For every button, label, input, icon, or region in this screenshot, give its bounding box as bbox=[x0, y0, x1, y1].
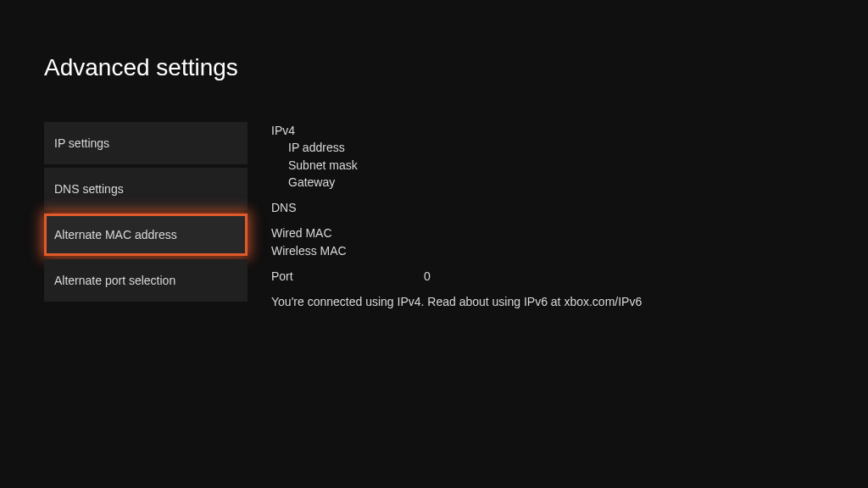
page-title: Advanced settings bbox=[0, 0, 868, 81]
settings-sidebar: IP settings DNS settings Alternate MAC a… bbox=[44, 122, 248, 311]
port-row: Port 0 bbox=[271, 268, 642, 285]
sidebar-item-ip-settings[interactable]: IP settings bbox=[44, 122, 248, 164]
ipv4-gateway-label: Gateway bbox=[271, 174, 642, 191]
sidebar-item-label: Alternate port selection bbox=[54, 274, 175, 287]
sidebar-item-label: DNS settings bbox=[54, 182, 124, 196]
ipv6-footer-note: You're connected using IPv4. Read about … bbox=[271, 293, 642, 310]
dns-label: DNS bbox=[271, 199, 642, 216]
ipv4-subnet-mask-label: Subnet mask bbox=[271, 157, 642, 174]
wireless-mac-label: Wireless MAC bbox=[271, 242, 642, 259]
sidebar-item-alternate-mac-address[interactable]: Alternate MAC address bbox=[44, 214, 248, 256]
sidebar-item-alternate-port-selection[interactable]: Alternate port selection bbox=[44, 259, 248, 302]
sidebar-item-label: IP settings bbox=[54, 136, 109, 150]
ipv4-ip-address-label: IP address bbox=[271, 139, 642, 156]
ipv4-label: IPv4 bbox=[271, 122, 642, 139]
wired-mac-label: Wired MAC bbox=[271, 225, 642, 241]
port-value: 0 bbox=[424, 268, 431, 285]
content-area: IP settings DNS settings Alternate MAC a… bbox=[0, 81, 868, 311]
sidebar-item-label: Alternate MAC address bbox=[54, 228, 177, 241]
port-label: Port bbox=[271, 268, 424, 285]
sidebar-item-dns-settings[interactable]: DNS settings bbox=[44, 168, 248, 210]
details-panel: IPv4 IP address Subnet mask Gateway DNS … bbox=[248, 122, 642, 311]
